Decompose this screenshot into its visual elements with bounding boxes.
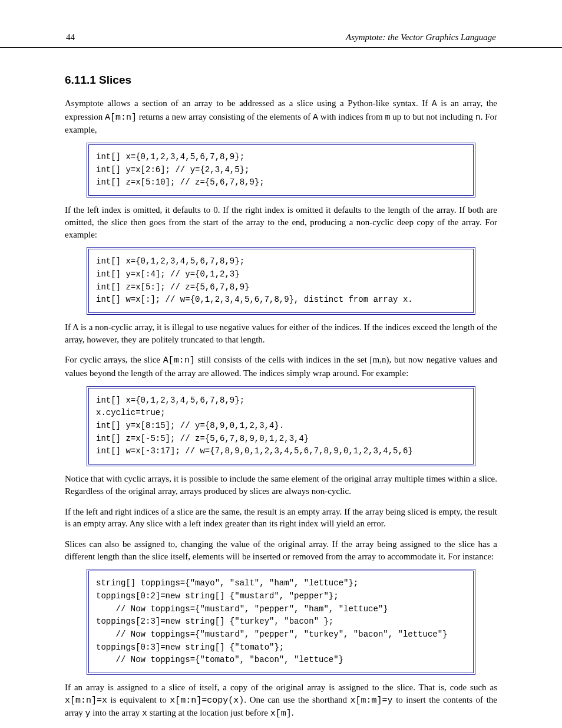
code-inline: A bbox=[313, 113, 318, 123]
code-block: int[] x={0,1,2,3,4,5,6,7,8,9}; int[] y=x… bbox=[88, 249, 474, 313]
section-heading: 6.11.1 Slices bbox=[65, 74, 497, 87]
paragraph: If the left index is omitted, it default… bbox=[65, 204, 497, 241]
text: Asymptote allows a section of an array t… bbox=[65, 98, 432, 108]
math-var: n bbox=[382, 355, 386, 364]
text: still consists of the cells with indices… bbox=[195, 355, 373, 364]
code-inline: A[m:n] bbox=[163, 355, 195, 365]
text: If an array is assigned to a slice of it… bbox=[65, 683, 497, 692]
code-block: int[] x={0,1,2,3,4,5,6,7,8,9}; x.cyclic=… bbox=[88, 388, 474, 465]
text: up to but not including bbox=[390, 112, 475, 121]
text: into the array bbox=[91, 708, 142, 717]
paragraph: Slices can also be assigned to, changing… bbox=[65, 538, 497, 562]
code-inline: x[m:m]=y bbox=[351, 696, 393, 706]
text: starting at the location just before bbox=[147, 708, 270, 717]
paragraph: If A is a non-cyclic array, it is illega… bbox=[65, 321, 497, 345]
code-inline: x[m:n]=copy(x) bbox=[170, 696, 244, 706]
paragraph: If an array is assigned to a slice of it… bbox=[65, 681, 497, 720]
text: is equivalent to bbox=[107, 695, 170, 704]
code-inline: y bbox=[85, 709, 91, 719]
paragraph: If the left and right indices of a slice… bbox=[65, 506, 497, 530]
text: . One can use the shorthand bbox=[244, 695, 350, 704]
text: For cyclic arrays, the slice bbox=[65, 355, 163, 364]
paragraph: Notice that with cyclic arrays, it is po… bbox=[65, 473, 497, 497]
code-inline: x[m:n]=x bbox=[65, 696, 107, 706]
paragraph: Asymptote allows a section of an array t… bbox=[65, 97, 497, 136]
page-number: 44 bbox=[66, 32, 75, 42]
text: returns a new array consisting of the el… bbox=[137, 112, 313, 121]
code-block: string[] toppings={"mayo", "salt", "ham"… bbox=[88, 571, 474, 673]
code-block: int[] x={0,1,2,3,4,5,6,7,8,9}; int[] y=x… bbox=[88, 144, 474, 196]
text: with indices from bbox=[318, 112, 385, 121]
header-title: Asymptote: the Vector Graphics Language bbox=[346, 32, 496, 42]
paragraph: For cyclic arrays, the slice A[m:n] stil… bbox=[65, 354, 497, 379]
page-header: 44 Asymptote: the Vector Graphics Langua… bbox=[0, 0, 562, 48]
code-inline: x[m] bbox=[270, 709, 292, 719]
code-inline: n bbox=[475, 113, 481, 123]
text: . bbox=[292, 708, 294, 717]
page-content: 6.11.1 Slices Asymptote allows a section… bbox=[0, 74, 562, 720]
math-var: m bbox=[373, 355, 380, 364]
code-inline: A[m:n] bbox=[105, 113, 137, 123]
code-inline: x bbox=[142, 709, 147, 719]
code-inline: A bbox=[432, 99, 437, 109]
